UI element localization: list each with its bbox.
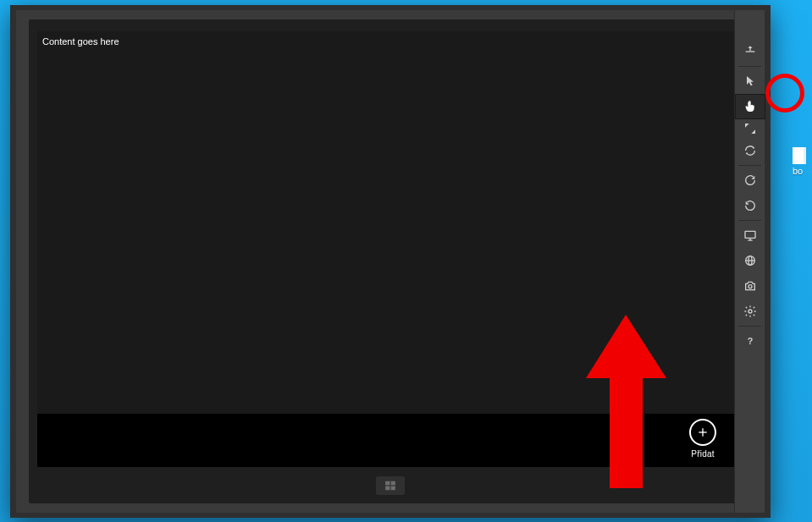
file-label: bo: [793, 166, 809, 176]
svg-marker-9: [748, 46, 752, 48]
device-screen: Content goes here Přidat: [37, 31, 743, 467]
settings-icon: [743, 305, 757, 318]
help-button[interactable]: ?: [735, 328, 765, 354]
pinch-zoom-in-button[interactable]: [735, 119, 765, 138]
touch-pointer-icon: [743, 100, 757, 113]
svg-marker-12: [751, 129, 755, 134]
content-area[interactable]: Content goes here: [37, 31, 743, 414]
svg-rect-8: [749, 48, 750, 52]
plus-icon: [696, 426, 710, 439]
svg-point-22: [748, 310, 752, 313]
settings-button[interactable]: [735, 299, 765, 324]
add-label: Přidat: [677, 449, 728, 459]
svg-rect-2: [385, 481, 389, 486]
annotation-circle: [765, 74, 804, 113]
rotate-counterclockwise-button[interactable]: [735, 193, 765, 218]
simulator-window: Content goes here Přidat: [10, 5, 771, 518]
display-resolution-icon: [743, 228, 757, 242]
windows-button[interactable]: [376, 476, 405, 495]
always-on-top-button[interactable]: [735, 39, 765, 64]
app-bar: Přidat: [37, 414, 743, 467]
always-on-top-icon: [743, 45, 757, 58]
svg-rect-5: [391, 486, 395, 491]
svg-rect-7: [751, 51, 755, 52]
screenshot-button[interactable]: [735, 273, 765, 299]
network-button[interactable]: [735, 248, 765, 273]
rotate-clockwise-icon: [743, 173, 757, 187]
svg-rect-15: [745, 231, 755, 238]
svg-point-21: [748, 285, 752, 288]
file-icon: [793, 147, 806, 164]
content-placeholder: Content goes here: [42, 36, 119, 47]
svg-rect-3: [391, 481, 395, 486]
pinch-zoom-icon: [743, 122, 757, 135]
windows-icon: [384, 480, 396, 492]
desktop: bo Content goes here: [0, 0, 812, 522]
rotate-counterclockwise-icon: [743, 199, 757, 212]
svg-rect-6: [746, 51, 750, 52]
svg-rect-4: [385, 486, 389, 491]
appbar-add-item: Přidat: [677, 419, 728, 459]
rotate-device-icon: [743, 144, 757, 157]
svg-marker-10: [747, 76, 754, 85]
network-icon: [743, 254, 757, 267]
desktop-file-icon[interactable]: bo: [793, 147, 809, 176]
pointer-mouse-button[interactable]: [735, 69, 765, 94]
touch-pointer-button[interactable]: [735, 94, 765, 119]
pointer-mouse-icon: [743, 74, 757, 88]
device-bezel: Content goes here Přidat: [29, 19, 752, 503]
svg-point-13: [746, 152, 748, 154]
svg-text:?: ?: [748, 336, 754, 346]
svg-point-14: [753, 147, 754, 149]
add-button[interactable]: [689, 419, 716, 446]
simulator-toolbar: ?: [734, 10, 765, 513]
display-resolution-button[interactable]: [735, 223, 765, 248]
svg-marker-11: [745, 124, 749, 128]
rotate-clockwise-button[interactable]: [735, 168, 765, 193]
simulator-inner: Content goes here Přidat: [16, 10, 765, 513]
help-icon: ?: [743, 334, 757, 348]
screenshot-icon: [743, 279, 757, 293]
rotate-device-button[interactable]: [735, 138, 765, 163]
